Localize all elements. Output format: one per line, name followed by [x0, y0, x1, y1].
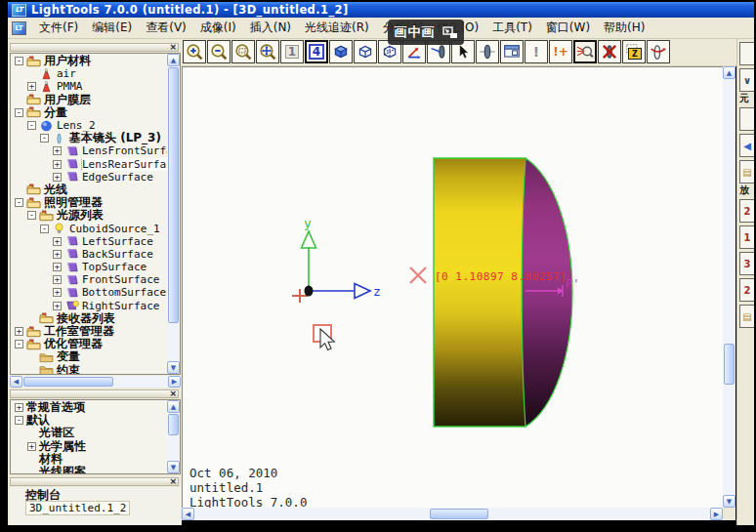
- 3d-viewport[interactable]: y z [0 1.10897 8.80257] P' Oct 06, 2010 …: [182, 66, 723, 508]
- zoom-window-button[interactable]: [231, 40, 255, 63]
- tree-toggle-icon[interactable]: +: [53, 160, 62, 169]
- partial-button[interactable]: [739, 42, 754, 65]
- tree-toggle-icon[interactable]: -: [15, 198, 23, 207]
- view-vscroll-track[interactable]: [723, 66, 735, 508]
- scroll-down-icon[interactable]: ▼: [723, 495, 735, 508]
- lens-edge-surface[interactable]: [434, 158, 525, 427]
- zoom-in-button[interactable]: [183, 40, 206, 63]
- panel-header-windows[interactable]: ×: [10, 477, 179, 486]
- tree-toggle-icon[interactable]: +: [53, 288, 62, 297]
- window-list-item[interactable]: 3D_untitled.1_2: [10, 502, 181, 514]
- tree-item[interactable]: +BackSurface: [11, 248, 167, 261]
- tree-item[interactable]: +RightSurface: [11, 300, 167, 312]
- menu-item-3[interactable]: 成像(I): [193, 18, 243, 38]
- lens-rotate-button[interactable]: [647, 40, 670, 63]
- tree-toggle-icon[interactable]: +: [15, 327, 23, 336]
- tree-vscroll-thumb[interactable]: [168, 67, 179, 323]
- shaded-view-button[interactable]: [329, 40, 353, 63]
- hidden-line-view-button[interactable]: [354, 40, 377, 63]
- tree-item[interactable]: -照明管理器: [11, 196, 167, 209]
- tree-item[interactable]: 材料: [11, 453, 167, 466]
- tree-toggle-icon[interactable]: +: [53, 250, 62, 259]
- scroll-down-icon[interactable]: ▼: [167, 461, 180, 473]
- partial-button[interactable]: [739, 107, 754, 131]
- scroll-right-icon[interactable]: ▶: [710, 508, 723, 520]
- tree-item[interactable]: +PMMA: [11, 80, 167, 93]
- tree-item[interactable]: 光线: [11, 184, 167, 196]
- single-view-button[interactable]: 1: [280, 40, 304, 63]
- document-icon[interactable]: LT: [12, 21, 26, 35]
- tree-item[interactable]: -分量: [11, 106, 167, 119]
- panel-header-system-tree[interactable]: ×: [10, 43, 179, 52]
- tree-item[interactable]: +光学属性: [11, 440, 167, 453]
- menu-item-10[interactable]: 帮助(H): [597, 18, 651, 38]
- partial-num-button[interactable]: 2: [739, 278, 754, 302]
- menu-item-4[interactable]: 插入(N): [243, 18, 298, 38]
- menu-item-2[interactable]: 查看(V): [139, 18, 193, 38]
- scroll-up-icon[interactable]: ▲: [723, 66, 735, 79]
- tree-item[interactable]: 变量: [11, 350, 167, 363]
- menu-item-0[interactable]: 文件(F): [32, 18, 85, 38]
- tree-item[interactable]: 用户膜层: [11, 94, 167, 106]
- tree-item[interactable]: +工作室管理器: [11, 325, 167, 338]
- tree-toggle-icon[interactable]: -: [27, 121, 36, 130]
- tree-toggle-icon[interactable]: -: [15, 416, 23, 425]
- tree-item[interactable]: -用户材料: [11, 55, 167, 67]
- tree-item[interactable]: +常规首选项: [11, 401, 167, 414]
- tree-toggle-icon[interactable]: -: [15, 340, 23, 348]
- view-vscroll-thumb[interactable]: [724, 344, 735, 385]
- scroll-left-icon[interactable]: ◀: [182, 508, 194, 520]
- partial-folder-button[interactable]: ▤: [739, 160, 754, 184]
- scroll-down-icon[interactable]: ▼: [167, 361, 180, 374]
- tree-toggle-icon[interactable]: +: [27, 82, 36, 91]
- partial-num-button[interactable]: 1: [739, 225, 754, 249]
- menu-item-1[interactable]: 编辑(E): [85, 18, 139, 38]
- tree-toggle-icon[interactable]: +: [53, 275, 62, 284]
- close-icon[interactable]: ×: [169, 43, 177, 52]
- tree-item[interactable]: -光源列表: [11, 209, 167, 222]
- properties-window-button[interactable]: [500, 40, 524, 63]
- tree-item[interactable]: 光线图案: [11, 466, 167, 474]
- menu-item-5[interactable]: 光线追迹(R): [298, 18, 376, 38]
- tree-toggle-icon[interactable]: +: [53, 237, 62, 246]
- tree-item[interactable]: -优化管理器: [11, 338, 167, 350]
- lens-rear-surface[interactable]: [522, 158, 572, 427]
- tree-item[interactable]: -默认: [11, 414, 167, 427]
- tree-item[interactable]: +TopSurface: [11, 261, 167, 273]
- tree-toggle-icon[interactable]: -: [15, 108, 23, 117]
- scroll-left-icon[interactable]: ◀: [10, 376, 22, 388]
- pip-overlay[interactable]: 画中画: [388, 20, 464, 45]
- tree-item[interactable]: +LensFrontSurfa: [11, 144, 167, 157]
- tree-toggle-icon[interactable]: +: [53, 146, 62, 155]
- partial-check-button[interactable]: ∨: [739, 68, 754, 92]
- tree-toggle-icon[interactable]: +: [53, 263, 62, 271]
- title-bar[interactable]: LT LightTools 7.0.0 (untitled.1) - [3D_u…: [8, 2, 754, 18]
- partial-num-button[interactable]: 2: [739, 199, 754, 223]
- tree-item[interactable]: -CuboidSource_1: [11, 222, 167, 234]
- tree-toggle-icon[interactable]: +: [27, 442, 36, 451]
- tree-item[interactable]: +LensRearSurfac: [11, 158, 167, 171]
- tree-toggle-icon[interactable]: +: [53, 302, 62, 310]
- prefs-vscroll-thumb[interactable]: [168, 414, 179, 435]
- tree-toggle-icon[interactable]: -: [40, 134, 49, 143]
- close-icon[interactable]: ×: [169, 389, 177, 398]
- tree-item[interactable]: air: [11, 67, 167, 80]
- alert-add-button[interactable]: !+: [549, 40, 572, 63]
- clear-rays-button[interactable]: [598, 40, 621, 63]
- tree-toggle-icon[interactable]: -: [15, 57, 23, 65]
- tree-item[interactable]: 接收器列表: [11, 312, 167, 325]
- view-hscroll-thumb[interactable]: [430, 509, 488, 519]
- partial-arrow-button[interactable]: ◀: [739, 134, 754, 157]
- alert-button[interactable]: !: [525, 40, 548, 63]
- tree-item[interactable]: -基本镜头 (LP_3): [11, 132, 167, 144]
- tree-toggle-icon[interactable]: -: [40, 225, 49, 233]
- tree-item[interactable]: -Lens_2: [11, 119, 167, 132]
- zoom-out-button[interactable]: [207, 40, 231, 63]
- tree-toggle-icon[interactable]: +: [15, 403, 23, 412]
- zoom-all-button[interactable]: [256, 40, 279, 63]
- tree-item[interactable]: +FrontSurface: [11, 273, 167, 286]
- partial-folder-button[interactable]: ▤: [739, 305, 754, 328]
- menu-item-8[interactable]: 工具(T): [485, 18, 539, 38]
- z-plane-button[interactable]: Z: [622, 40, 646, 63]
- tree-hscroll-thumb[interactable]: [23, 377, 113, 387]
